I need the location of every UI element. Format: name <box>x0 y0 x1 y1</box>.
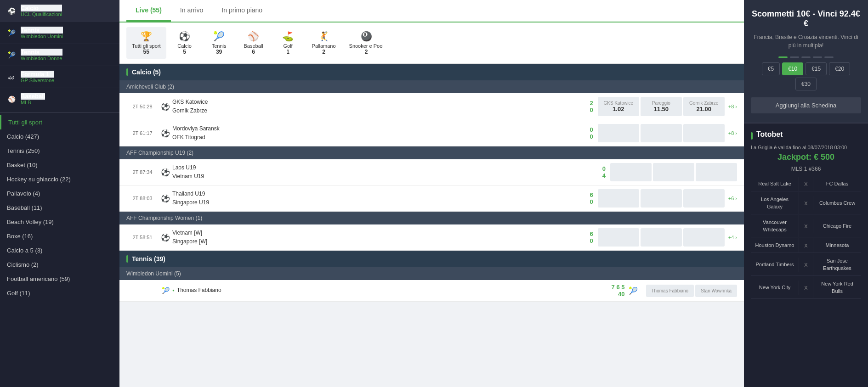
bet-amount-€10[interactable]: €10 <box>782 62 803 75</box>
tennis-match-row: 🎾 ●Thomas Fabbiano 7 6 5 40 🎾 Thomas Fab… <box>119 280 744 302</box>
toto-team1[interactable]: New York City <box>751 280 799 295</box>
match-sport-icon: ⚽ <box>159 194 172 203</box>
dot-1 <box>778 56 788 58</box>
sidebar-sport-ciclismo[interactable]: Ciclismo (2) <box>0 258 119 272</box>
match-row: 2T 87:34 ⚽ Laos U19 Vietnam U19 0 4 <box>119 159 744 185</box>
score2: 0 <box>579 133 593 140</box>
sport-text: Tennis Wimbledon Uomini <box>21 27 63 39</box>
bet-amount-€15[interactable]: €15 <box>806 62 827 75</box>
promo-banner: Scommetti 10€ - Vinci 92.4€ € Francia, B… <box>744 0 868 123</box>
toto-x[interactable]: X <box>799 239 813 252</box>
add-schedule-button[interactable]: Aggiungi alla Schedina <box>751 97 861 113</box>
more-odds[interactable]: +8 › <box>728 130 737 136</box>
sidebar-sport-tutti[interactable]: Tutti gli sport <box>0 115 119 129</box>
bet-amount-€5[interactable]: €5 <box>762 62 780 75</box>
match-teams: Thailand U19 Singapore U19 <box>172 190 579 207</box>
sidebar-featured-calcio[interactable]: ⚽ Calcio UCL Qualificazioni <box>0 0 119 22</box>
tennis-score1: 7 6 5 40 <box>611 284 625 297</box>
toto-team1[interactable]: Houston Dynamo <box>751 238 799 252</box>
toto-team2[interactable]: New York Red Bulls <box>813 277 861 298</box>
match-row: 2T 61:17 ⚽ Mordoviya Saransk OFK Titogra… <box>119 120 744 146</box>
sport-tab-snooker[interactable]: 🎱 Snooker e Pool 2 <box>344 27 389 59</box>
tab-live[interactable]: Live (55) <box>126 0 171 22</box>
sidebar-sport-golf[interactable]: Golf (11) <box>0 286 119 300</box>
odds-box-empty <box>598 124 639 142</box>
toto-team1[interactable]: Real Salt Lake <box>751 177 799 191</box>
toto-team2[interactable]: Chicago Fire <box>813 219 861 233</box>
odds-box-empty <box>598 228 639 247</box>
sport-main-label: Formula 1 <box>21 71 54 78</box>
sport-tab-all[interactable]: 🏆 Tutti gli sport 55 <box>126 27 166 59</box>
sport-tab-pallamano[interactable]: 🤾 Pallamano 2 <box>306 27 341 59</box>
sidebar-sport-basket[interactable]: Basket (10) <box>0 158 119 172</box>
toto-match-row: Vancouver Whitecaps X Chicago Fire <box>751 215 861 237</box>
match-time: 2T 58:51 <box>126 235 159 240</box>
team2-name: Singapore [W] <box>172 237 579 246</box>
team2-name: Gornik Zabrze <box>172 107 579 115</box>
subsection-header: Amichevoli Club (2) <box>119 80 744 93</box>
tab-in-arrivo[interactable]: In arrivo <box>171 0 213 22</box>
team1-name: Mordoviya Saransk <box>172 124 579 133</box>
sport-tab-label: Golf <box>283 43 292 49</box>
toto-team1[interactable]: Los Angeles Galaxy <box>751 192 799 214</box>
toto-team2[interactable]: Columbus Crew <box>813 196 861 210</box>
subsection-header: AFF Championship Women (1) <box>119 212 744 224</box>
sidebar-sport-baseball[interactable]: Baseball (11) <box>0 201 119 215</box>
sport-tab-baseball[interactable]: ⚾ Baseball 6 <box>238 27 270 59</box>
promo-desc: Francia, Brasile e Croazia vincenti. Vin… <box>751 33 861 50</box>
more-odds[interactable]: +6 › <box>728 196 737 201</box>
odds-box[interactable]: GKS Katowice 1.02 <box>598 97 639 116</box>
toto-team2[interactable]: Minnesota <box>813 238 861 252</box>
odds-box-empty <box>598 189 639 208</box>
sport-sub-label: GP Silverstone <box>21 78 54 83</box>
odds-group <box>598 124 725 142</box>
toto-team1[interactable]: Portland Timbers <box>751 258 799 272</box>
odds-box[interactable]: Gornik Zabrze 21.00 <box>683 97 725 116</box>
sidebar-featured-tennis-uomini[interactable]: 🎾 Tennis Wimbledon Uomini <box>0 22 119 44</box>
odds-box-empty <box>653 163 694 181</box>
team1-name: GKS Katowice <box>172 98 579 107</box>
sidebar-sport-boxe[interactable]: Boxe (16) <box>0 229 119 243</box>
toto-team2[interactable]: FC Dallas <box>813 177 861 191</box>
match-row: 2T 88:03 ⚽ Thailand U19 Singapore U19 6 … <box>119 185 744 212</box>
toto-x[interactable]: X <box>799 197 813 210</box>
tennis-odds-box1[interactable]: Thomas Fabbiano <box>646 285 694 297</box>
sidebar-featured-baseball[interactable]: ⚾ Baseball MLB <box>0 88 119 110</box>
sidebar-featured-tennis-donne[interactable]: 🎾 Tennis Wimbledon Donne <box>0 44 119 66</box>
toto-x[interactable]: X <box>799 220 813 233</box>
more-odds[interactable]: +8 › <box>728 104 737 109</box>
odds-group <box>598 189 725 208</box>
subsection-header: AFF Championship U19 (2) <box>119 146 744 159</box>
sidebar-sport-pallavolo[interactable]: Pallavolo (4) <box>0 186 119 201</box>
odds-label: Pareggio <box>646 101 676 106</box>
toto-x[interactable]: X <box>799 281 813 294</box>
sport-tab-icon: ⚽ <box>179 31 190 42</box>
tab-in-primo-piano[interactable]: In primo piano <box>212 0 272 22</box>
toto-team2[interactable]: San Jose Earthquakes <box>813 254 861 275</box>
team1-name: Laos U19 <box>172 163 592 172</box>
toto-x[interactable]: X <box>799 178 813 191</box>
bet-amount-€30[interactable]: €30 <box>795 78 817 90</box>
odds-box-empty <box>683 189 725 208</box>
toto-x[interactable]: X <box>799 258 813 271</box>
score2: 0 <box>579 237 593 244</box>
sidebar-sport-calcio[interactable]: Calcio (427) <box>0 129 119 144</box>
sidebar-sport-hockey[interactable]: Hockey su ghiaccio (22) <box>0 172 119 186</box>
bet-amount-€20[interactable]: €20 <box>829 62 850 75</box>
sidebar-featured-formula1[interactable]: 🏎 Formula 1 GP Silverstone <box>0 66 119 88</box>
sidebar-sport-beachvolley[interactable]: Beach Volley (19) <box>0 215 119 229</box>
odds-box[interactable]: Pareggio 11.50 <box>641 97 682 116</box>
sidebar-sport-calcio5[interactable]: Calcio a 5 (3) <box>0 243 119 258</box>
sidebar: ⚽ Calcio UCL Qualificazioni 🎾 Tennis Wim… <box>0 0 119 387</box>
more-odds[interactable]: +4 › <box>728 235 737 240</box>
tennis-odds-box2[interactable]: Stan Wawrinka <box>695 285 737 297</box>
sidebar-sport-football[interactable]: Football americano (59) <box>0 272 119 286</box>
match-row: 2T 50:28 ⚽ GKS Katowice Gornik Zabrze 2 … <box>119 93 744 120</box>
toto-team1[interactable]: Vancouver Whitecaps <box>751 215 799 237</box>
sidebar-sport-tennis[interactable]: Tennis (250) <box>0 144 119 158</box>
sport-tab-calcio[interactable]: ⚽ Calcio 5 <box>169 27 201 59</box>
sport-tab-tennis[interactable]: 🎾 Tennis 39 <box>203 27 235 59</box>
match-score: 0 0 <box>579 126 593 140</box>
sport-tab-golf[interactable]: ⛳ Golf 1 <box>272 27 304 59</box>
match-sport-icon: ⚽ <box>159 233 172 242</box>
